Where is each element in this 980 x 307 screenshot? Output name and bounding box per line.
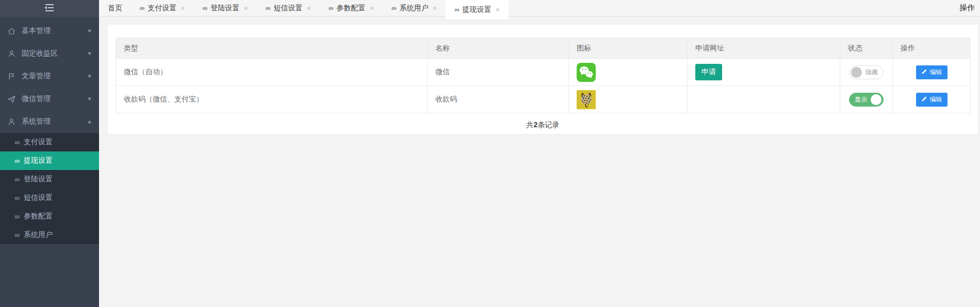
sidebar-item-wechat[interactable]: 微信管理 ▼ — [0, 88, 99, 110]
withdraw-settings-card: 类型 名称 图标 申请网址 状态 操作 微信（自动） 微信 — [108, 25, 978, 134]
chevron-down-icon: ▼ — [87, 96, 93, 101]
status-toggle[interactable]: 隐藏 — [849, 65, 884, 79]
tab-payment-settings[interactable]: ∞ 支付设置 × — [131, 0, 194, 16]
topbar-action-button[interactable]: 操作 — [959, 0, 980, 16]
qrcode-cat-icon — [577, 90, 596, 109]
wechat-icon — [577, 63, 596, 82]
sidebar-collapse-icon[interactable] — [43, 3, 56, 14]
link-icon: ∞ — [14, 212, 20, 220]
cell-type: 微信（自动） — [116, 59, 428, 86]
sidebar-subitem-label: 登陆设置 — [24, 175, 53, 184]
cell-apply — [688, 86, 840, 113]
tab-login-settings[interactable]: ∞ 登陆设置 × — [194, 0, 257, 16]
cell-name: 微信 — [428, 59, 569, 86]
cell-icon — [569, 59, 688, 86]
sidebar-item-basic[interactable]: 基本管理 ▼ — [0, 20, 99, 42]
edit-button-label: 编辑 — [930, 68, 942, 77]
user-icon — [7, 49, 20, 58]
sidebar-item-fixed-income[interactable]: 固定收益区 ▼ — [0, 42, 99, 65]
record-count-suffix: 条记录 — [537, 121, 559, 129]
tab-bar: 首页 ∞ 支付设置 × ∞ 登陆设置 × ∞ 短信设置 × ∞ 参数配置 × ∞… — [99, 0, 980, 16]
link-icon: ∞ — [14, 138, 20, 146]
record-count-prefix: 共 — [527, 121, 534, 129]
cell-actions: 编辑 — [893, 86, 971, 113]
cell-status: 显示 — [840, 86, 893, 113]
main-content: 类型 名称 图标 申请网址 状态 操作 微信（自动） 微信 — [99, 17, 980, 307]
table-header-row: 类型 名称 图标 申请网址 状态 操作 — [116, 38, 971, 59]
cell-icon — [569, 86, 688, 113]
sidebar: 基本管理 ▼ 固定收益区 ▼ 文章管理 ▼ — [0, 0, 99, 307]
sidebar-item-system[interactable]: 系统管理 ▲ — [0, 110, 99, 133]
close-icon[interactable]: × — [432, 4, 437, 12]
link-icon: ∞ — [266, 4, 270, 12]
cell-type: 收款码（微信、支付宝） — [116, 86, 428, 113]
tab-withdraw-settings[interactable]: ∞ 提现设置 × — [446, 0, 509, 19]
sidebar-subitem-label: 提现设置 — [24, 156, 53, 165]
close-icon[interactable]: × — [243, 4, 248, 12]
user-icon — [7, 117, 20, 126]
tab-params-config[interactable]: ∞ 参数配置 × — [320, 0, 383, 16]
cell-status: 隐藏 — [840, 59, 893, 86]
sidebar-subitem-label: 参数配置 — [24, 212, 53, 221]
chevron-up-icon: ▲ — [87, 119, 93, 124]
flag-icon — [7, 72, 20, 81]
table-row: 收款码（微信、支付宝） 收款码 — [116, 86, 971, 113]
tab-label: 系统用户 — [399, 4, 428, 13]
withdraw-settings-table: 类型 名称 图标 申请网址 状态 操作 微信（自动） 微信 — [116, 38, 971, 113]
link-icon: ∞ — [14, 157, 20, 165]
close-icon[interactable]: × — [306, 4, 311, 12]
sidebar-subitem-users[interactable]: ∞ 系统用户 — [0, 226, 99, 244]
link-icon: ∞ — [329, 4, 333, 12]
sidebar-item-label: 基本管理 — [22, 26, 87, 36]
link-icon: ∞ — [14, 175, 20, 183]
table-row: 微信（自动） 微信 — [116, 59, 971, 86]
sidebar-header — [0, 0, 99, 17]
toggle-label: 显示 — [855, 95, 867, 104]
sidebar-item-articles[interactable]: 文章管理 ▼ — [0, 65, 99, 88]
pencil-icon — [921, 69, 927, 76]
tab-system-users[interactable]: ∞ 系统用户 × — [383, 0, 446, 16]
sidebar-subitem-payment[interactable]: ∞ 支付设置 — [0, 133, 99, 151]
sidebar-subitem-sms[interactable]: ∞ 短信设置 — [0, 189, 99, 207]
edit-button[interactable]: 编辑 — [916, 93, 948, 107]
chevron-down-icon: ▼ — [87, 74, 93, 79]
send-icon — [7, 95, 20, 104]
link-icon: ∞ — [454, 6, 459, 13]
link-icon: ∞ — [203, 4, 207, 12]
chevron-down-icon: ▼ — [87, 28, 93, 33]
home-icon — [7, 27, 20, 36]
tab-label: 参数配置 — [336, 4, 365, 13]
sidebar-subitem-params[interactable]: ∞ 参数配置 — [0, 207, 99, 226]
sidebar-subitem-withdraw[interactable]: ∞ 提现设置 — [0, 151, 99, 170]
close-icon[interactable]: × — [181, 4, 185, 12]
record-count: 共2条记录 — [108, 121, 978, 130]
edit-button-label: 编辑 — [930, 95, 942, 104]
sidebar-submenu: ∞ 支付设置 ∞ 提现设置 ∞ 登陆设置 ∞ 短信设置 ∞ 参数配置 — [0, 133, 99, 244]
cell-name: 收款码 — [428, 86, 569, 113]
sidebar-subitem-login[interactable]: ∞ 登陆设置 — [0, 170, 99, 189]
chevron-down-icon: ▼ — [87, 51, 93, 56]
apply-button[interactable]: 申请 — [695, 64, 722, 80]
sidebar-subitem-label: 短信设置 — [24, 193, 53, 202]
sidebar-item-label: 系统管理 — [22, 117, 87, 126]
close-icon[interactable]: × — [496, 5, 500, 14]
cell-apply: 申请 — [688, 59, 840, 86]
tab-label: 短信设置 — [273, 4, 302, 13]
column-header-apply-url: 申请网址 — [688, 38, 840, 59]
close-icon[interactable]: × — [369, 4, 374, 12]
tab-sms-settings[interactable]: ∞ 短信设置 × — [257, 0, 320, 16]
sidebar-subitem-label: 支付设置 — [24, 138, 53, 147]
status-toggle[interactable]: 显示 — [849, 93, 884, 107]
link-icon: ∞ — [391, 4, 396, 12]
link-icon: ∞ — [14, 231, 20, 239]
column-header-name: 名称 — [428, 38, 569, 59]
sidebar-subitem-label: 系统用户 — [24, 230, 53, 240]
tab-home[interactable]: 首页 — [99, 0, 131, 16]
tab-label: 提现设置 — [463, 5, 492, 14]
tab-label: 首页 — [108, 4, 122, 13]
cell-actions: 编辑 — [893, 59, 971, 86]
tab-label: 登陆设置 — [210, 4, 239, 13]
sidebar-item-label: 文章管理 — [22, 72, 87, 81]
tab-label: 支付设置 — [148, 4, 176, 13]
edit-button[interactable]: 编辑 — [916, 65, 948, 79]
